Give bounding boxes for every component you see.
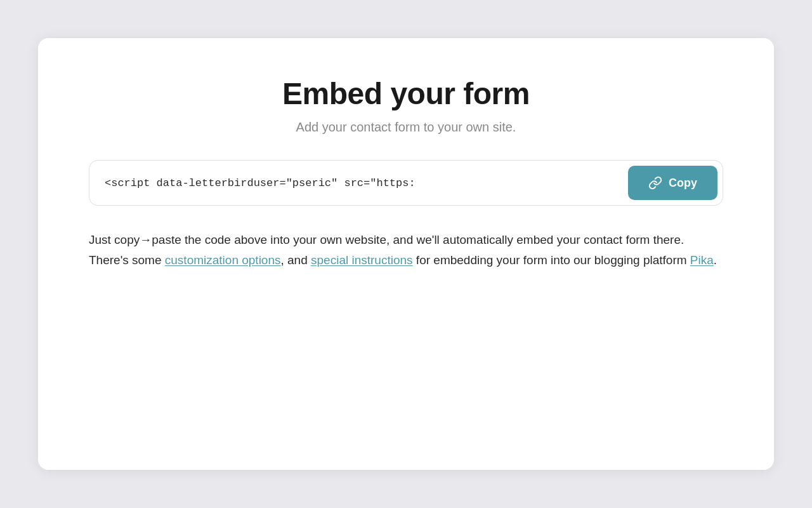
copy-button-label: Copy: [669, 177, 697, 190]
embed-code-row: <script data-letterbirduser="pseric" src…: [89, 160, 723, 206]
pika-link[interactable]: Pika: [690, 253, 714, 267]
customization-options-link[interactable]: customization options: [165, 253, 281, 267]
card-header: Embed your form Add your contact form to…: [89, 76, 723, 135]
description-text-2: , and: [281, 253, 311, 267]
special-instructions-link[interactable]: special instructions: [311, 253, 413, 267]
embed-card: Embed your form Add your contact form to…: [38, 38, 774, 470]
page-subtitle: Add your contact form to your own site.: [89, 120, 723, 135]
description-text-3: for embedding your form into our bloggin…: [413, 253, 690, 267]
description-text-4: .: [714, 253, 717, 267]
link-icon: [648, 176, 662, 190]
copy-button[interactable]: Copy: [628, 166, 717, 200]
description-paragraph: Just copy→paste the code above into your…: [89, 230, 723, 270]
embed-code-display[interactable]: <script data-letterbirduser="pseric" src…: [89, 163, 628, 203]
page-title: Embed your form: [89, 76, 723, 111]
